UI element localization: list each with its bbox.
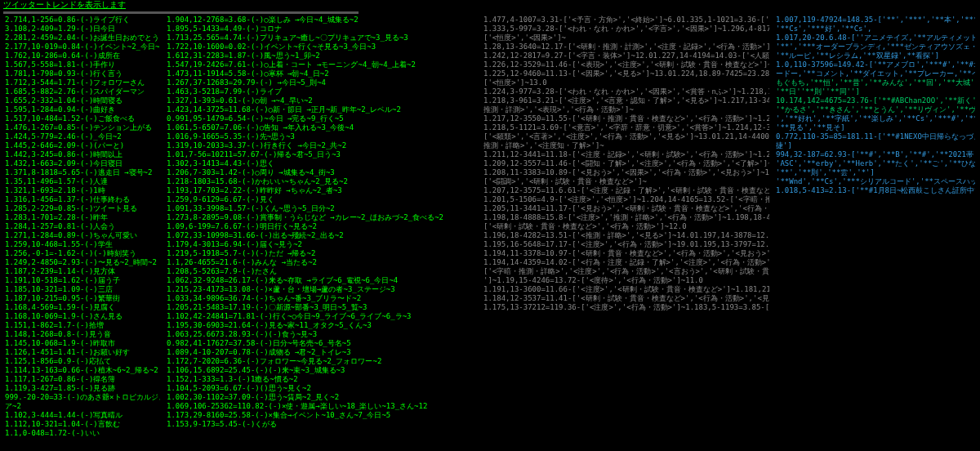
line-item: 推測・詳略>','<注度知・了解>']~: [483, 141, 769, 150]
line-item: 1.114,13-163=0.66-(-)植木~6~2_帰る~2: [5, 366, 160, 375]
line-item: 1.284,1-257=0.81-(-)人会う: [5, 222, 160, 231]
line-item: 1.567,5-558=1.81-(-)手作り: [5, 60, 160, 69]
line-item: 1.224,3-977=3.28-['<われ・なれ・かれ>','<因果>','<…: [483, 87, 769, 96]
line-item: ['<研剰・試験・貫音・検査など>','<行為・活動>']~12.0: [483, 222, 769, 231]
line-item: 1.126,1-451=1.41-(-)お願い好す: [5, 348, 160, 357]
line-item: 1.713,25.565=4.74-(-)プリキュア~癒し~〇プリキュアで~3_…: [167, 33, 477, 42]
line-item: '**','**則','**雲','*']: [776, 168, 975, 177]
line-item: 1.476,1-267=0.85-(-)テンション上がる: [5, 123, 160, 132]
line-item: 1.423,14-3725=11.68-(-)○新・節日 →正月~新_昨年~2_…: [167, 105, 477, 114]
line-item: 1.442,3-245=0.86-(-)時間以上: [5, 150, 160, 159]
line-item: '**見る','**見そ]: [776, 123, 975, 132]
line-item: 1.091,33-3998=1.57-(-)くん~思う~5_日分~2: [167, 204, 477, 213]
line-item: 1.195,16-5648=17.17-['<注度>','<行為・活動>']~1…: [483, 240, 769, 249]
line-item: 2.281,2-459=2.04-(-)お誕生日おめでとう: [5, 33, 160, 42]
line-item: 1.194,11-3378=10.97-['<研剰・貫音・検査など>','<行為…: [483, 249, 769, 258]
line-item: 1.432,1-663=2.09-(-)今日寝日: [5, 159, 160, 168]
line-item: 1.316,1-456=1.37-(-)仕事終わる: [5, 195, 160, 204]
line-item: 'ASC','**erby','**Herb','**たく','**ご','**…: [776, 159, 975, 168]
line-item: 1.904,12-2768=3.68-(-)○楽しみ →今日~4_城集る~2: [167, 16, 477, 25]
line-item: 1.148,1-268=0.8-(-)見う音: [5, 330, 160, 339]
line-item: 1.145,10-068=1.9-(-)昨取市: [5, 339, 160, 348]
line-item: 1.473,11-1914=5.58-(-)○寒杯 →朝~4_日~2: [167, 69, 477, 78]
line-item: 1.547,19-2426=7.61-(-)○上着・コート →モーニング~4_朝…: [167, 60, 477, 69]
line-item: 1.017,20-20.6.48-[''アニメテイズ,'**アルティメットパルー…: [776, 33, 975, 42]
line-item: 0.982,41-17627=37.58-(-)日分~号名売~6_号名~5: [167, 339, 477, 348]
line-item: 1.217,12-3550=11.55-['<研剰・推測・貫音・検査など>','…: [483, 114, 769, 123]
line-item: 1.226,12-3529=11.46-['<表現>','<注度>','<研剰・…: [483, 60, 769, 69]
line-item: 1.225,12-9460=11.13-['<因果>','<見る>']~13.0…: [483, 69, 769, 78]
line-item: 1.218-1803=15.68-(-)かわいい~ちゃん~2_見る~2: [167, 177, 477, 186]
line-item: 1.152,1-333=1.3-(-)1癒る~慣る~2: [167, 375, 477, 384]
line-item: 1.151,1-862=1.7-(-)拾増: [5, 321, 160, 330]
line-item: ードー,'**コメント,'**ダイエット,'**プレーカー,'**ペッタン,*メ…: [776, 69, 975, 78]
line-item: 1.168,10-069=1.9-(-)さん見る: [5, 312, 160, 321]
line-item: 1.445,2-646=2.09-(-)(パーと): [5, 141, 160, 150]
line-item: 1.205,11-3441=11.17-['<見おう>','<研剰・試験・貫音・…: [483, 204, 769, 213]
line-item: 0.991,95-1479=6.54-(-)~今日 →完る~9_行く~5: [167, 114, 477, 123]
header-link[interactable]: ツイッタートレンドを表示します: [0, 0, 129, 11]
line-item: 1.259,9-6129=6.67-(-)見く: [167, 195, 477, 204]
line-item: 1.112,10-321=1.04-(-)言飲む: [5, 420, 160, 429]
line-item: 1.207,12-3575=11.6.61-['<注度・記録・了解>','<研剰…: [483, 186, 769, 195]
line-item: ','**好れ','**字紙','**楽しみ','**Cs','***#','*…: [776, 114, 975, 123]
line-item: 1.185,10-321=1.09-(-)三店: [5, 285, 160, 294]
line-item: 1.175,13-37212=119.36-['<注度>','<行為・活動>']…: [483, 303, 769, 312]
line-item: 1.319,10-2033=3.37-(-)行き行く →今日~2_共~2: [167, 141, 477, 150]
line-item: 1.208,11-3383=10.89-['<見おう>','<因果>','<行為…: [483, 168, 769, 177]
line-item: '**ルーピ,'**レシラム,'**双星録',**看探']: [776, 51, 975, 60]
line-item: 1.191,10-518=1.62-(-)届う子: [5, 276, 160, 285]
line-item: 2.177,10-019=0.84-(-)イベント~2_今日~4: [5, 42, 160, 51]
line-item: 1.781,1-798=0.93-(-)行く言う: [5, 69, 160, 78]
line-item: ['<字暗・推測・詳略>','<注度>','<行為・活動>','<言おう>','…: [483, 267, 769, 276]
column-2: 1.904,12-2768=3.68-(-)○楽しみ →今日~4_城集る~21.…: [163, 16, 480, 438]
line-item: ']~1.19,15-4246=13.72-['<度待>','<行為・活動>']…: [483, 276, 769, 285]
line-item: 1.063,25.6673.28.93-(-)(-)食う~見~3: [167, 330, 477, 339]
line-item: 1.302,3-1413=4.43-(-)思く: [167, 159, 477, 168]
line-item: 1.762,10-286=0.64-(-)成所在: [5, 51, 160, 60]
line-item: 1.102,42-24841=71.81-(-)行く~○今日~9_ライブ~6_ラ…: [167, 312, 477, 321]
line-item: 1.106,15.6892=25.45-(-)(-)来~束~3_城集る~3: [167, 366, 477, 375]
line-item: 1.685,5-882=2.76-(-)スパイダーマン: [5, 87, 160, 96]
line-item: 1.179,4-3013=6.94-(-)届く~見う~2: [167, 240, 477, 249]
line-item: 1.722,10-1600=0.02-(-)イベント~行く~そ見る~3_今日~3: [167, 42, 477, 51]
line-item: 1.463,3-5218=7.99-(-)ライブ: [167, 87, 477, 96]
line-item: 1.172,7-2020=6.36-(-)フォロワー~今見る~2_フォロワー~2: [167, 357, 477, 366]
line-item: ['<恒度>','<因果>']~: [483, 33, 769, 42]
line-item: 1.069,106-25362=110.82-(-)×使・遊属→楽しい~18_楽…: [167, 402, 477, 411]
line-item: 1.256,-0-1=-1.62-(-)(-)時刻笑う: [5, 249, 160, 258]
line-item: 1.007,119-47924=148.35-['**','***','**本'…: [776, 16, 975, 25]
line-item: 1.193,17-703=2.22-(-)昨昨好 →ちゃん~2_者~3: [167, 186, 477, 195]
line-item: 1.016,9-1665=5.35-(-)先~思う~3: [167, 132, 477, 141]
line-item: 2.714,1-256=0.86-(-)ライブ行く: [5, 16, 160, 25]
line-item: 3.108,2-409=1.29-(-)日今日: [5, 25, 160, 33]
line-item: 1.285,2-229=0.85-(-)ツイート見る: [5, 204, 160, 213]
line-item: 999.-20-20=33-(-)のあさ爺×トロピカルジュプリキュ: [5, 393, 160, 402]
line-item: 1.517,10-484=1.52-(-)ご飯食べる: [5, 114, 160, 123]
line-item: 1.895,5-1433=4.49-(-)コロナ: [167, 25, 477, 33]
line-item: 1.477,4-1007=3.31-['<予言・方角>','<終始>']~6.0…: [483, 16, 769, 25]
line-item: 1.002,30-1102=37.09-(-)思う~賃局~2_見く~2: [167, 393, 477, 402]
line-item: '*かるさ','**きさん','**とうん','**リヴィン','**ヴケー・ダ…: [776, 105, 975, 114]
line-item: 1.35,11-496=1.57-(-)人達: [5, 177, 160, 186]
line-item: 1.125,1-856=0.9-(-)応払て: [5, 357, 160, 366]
line-item: 1.271,1-284=0.89-(-)ちゃん可愛い: [5, 231, 160, 240]
line-item: 1.196,18-4282=13.51-['<推測・詳略>','<見る>']~1…: [483, 231, 769, 240]
line-item: 1.242,12-2817=9.27-['<字言・装体>']~12.01.227…: [483, 51, 769, 60]
line-item: 1.218,3-961=3.21-['<注度>','<言意・認知・了解>','<…: [483, 96, 769, 105]
line-item: 1.218,5-1121=3.69-['<意言>','<字辞・辞意・切意>','…: [483, 123, 769, 132]
line-item: 1.327,1-393=0.61-(-)○朝 →~4_早い~2: [167, 96, 477, 105]
line-item: 1.1,26-4655=21.6-(-)みんな →当たる~2: [167, 258, 477, 267]
line-item: ['<恒度>']~13.0: [483, 78, 769, 87]
line-item: 1.321,1-693=2.18-(-)1時: [5, 186, 160, 195]
line-item: 1.194,14-4359=14.02-['<行為・注度・記録・了解>','<注…: [483, 258, 769, 267]
line-item: '**Cs','***好','**Cs',: [776, 25, 975, 33]
line-item: 1.195,30-6903=21.64-(-)見る~家~11_オタク~5_くん~…: [167, 321, 477, 330]
line-item: 1.117,1-267=0.86-(-)得名簿: [5, 375, 160, 384]
line-item: 1.283,1-701=2.28-(-)昨年: [5, 213, 160, 222]
line-item: 1.259,10-468=1.55-(-)学生: [5, 240, 160, 249]
line-item: 1.102,3-444=1.44-(-)写真晴ル: [5, 411, 160, 420]
line-item: 1.198,18-4888=15.8-['<注度>','推測・詳略>','<行為…: [483, 213, 769, 222]
line-item: 推測・詳測>','<表現>','<行為・活動>']~: [483, 105, 769, 114]
columns-container: 2.714,1-256=0.86-(-)ライブ行く3.108,2-409=1.2…: [0, 16, 980, 438]
